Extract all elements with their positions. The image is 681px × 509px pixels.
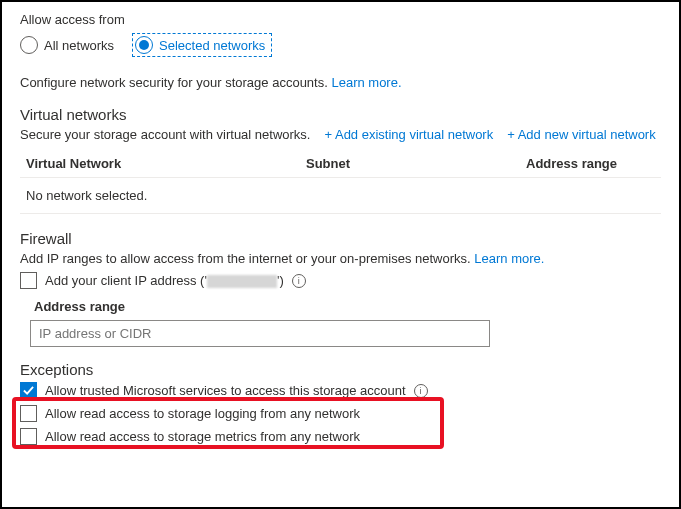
col-virtual-network: Virtual Network: [26, 156, 306, 171]
vnet-desc-row: Secure your storage account with virtual…: [20, 127, 661, 142]
col-address-range: Address range: [526, 156, 655, 171]
info-icon[interactable]: i: [414, 384, 428, 398]
exception-trusted-row: Allow trusted Microsoft services to acce…: [20, 382, 661, 399]
vnet-table-header: Virtual Network Subnet Address range: [20, 150, 661, 177]
address-range-label: Address range: [34, 299, 661, 314]
vnet-table-empty: No network selected.: [20, 177, 661, 214]
vnet-desc: Secure your storage account with virtual…: [20, 127, 310, 142]
add-client-ip-row: Add your client IP address ('') i: [20, 272, 661, 289]
radio-icon: [20, 36, 38, 54]
exception-metrics-checkbox[interactable]: [20, 428, 37, 445]
info-icon[interactable]: i: [292, 274, 306, 288]
redacted-ip: [207, 275, 277, 288]
exceptions-heading: Exceptions: [20, 361, 661, 378]
learn-more-link[interactable]: Learn more.: [331, 75, 401, 90]
access-from-label: Allow access from: [20, 12, 661, 27]
exception-metrics-label: Allow read access to storage metrics fro…: [45, 429, 360, 444]
firewall-desc-row: Add IP ranges to allow access from the i…: [20, 251, 661, 266]
access-radio-group: All networks Selected networks: [20, 33, 661, 57]
radio-label: Selected networks: [159, 38, 265, 53]
exception-trusted-label: Allow trusted Microsoft services to acce…: [45, 383, 406, 398]
config-description: Configure network security for your stor…: [20, 75, 661, 90]
radio-selected-networks[interactable]: Selected networks: [132, 33, 272, 57]
add-client-ip-label: Add your client IP address (''): [45, 273, 284, 288]
add-existing-vnet-link[interactable]: + Add existing virtual network: [324, 127, 493, 142]
config-desc-text: Configure network security for your stor…: [20, 75, 328, 90]
add-new-vnet-link[interactable]: + Add new virtual network: [507, 127, 656, 142]
exception-metrics-row: Allow read access to storage metrics fro…: [20, 428, 661, 445]
firewall-desc: Add IP ranges to allow access from the i…: [20, 251, 471, 266]
exception-trusted-checkbox[interactable]: [20, 382, 37, 399]
firewall-heading: Firewall: [20, 230, 661, 247]
address-range-input[interactable]: [30, 320, 490, 347]
virtual-networks-heading: Virtual networks: [20, 106, 661, 123]
radio-label: All networks: [44, 38, 114, 53]
exception-logging-row: Allow read access to storage logging fro…: [20, 405, 661, 422]
radio-all-networks[interactable]: All networks: [20, 36, 114, 54]
add-client-ip-checkbox[interactable]: [20, 272, 37, 289]
radio-icon: [135, 36, 153, 54]
exception-logging-checkbox[interactable]: [20, 405, 37, 422]
exception-logging-label: Allow read access to storage logging fro…: [45, 406, 360, 421]
firewall-learn-more-link[interactable]: Learn more.: [474, 251, 544, 266]
col-subnet: Subnet: [306, 156, 526, 171]
